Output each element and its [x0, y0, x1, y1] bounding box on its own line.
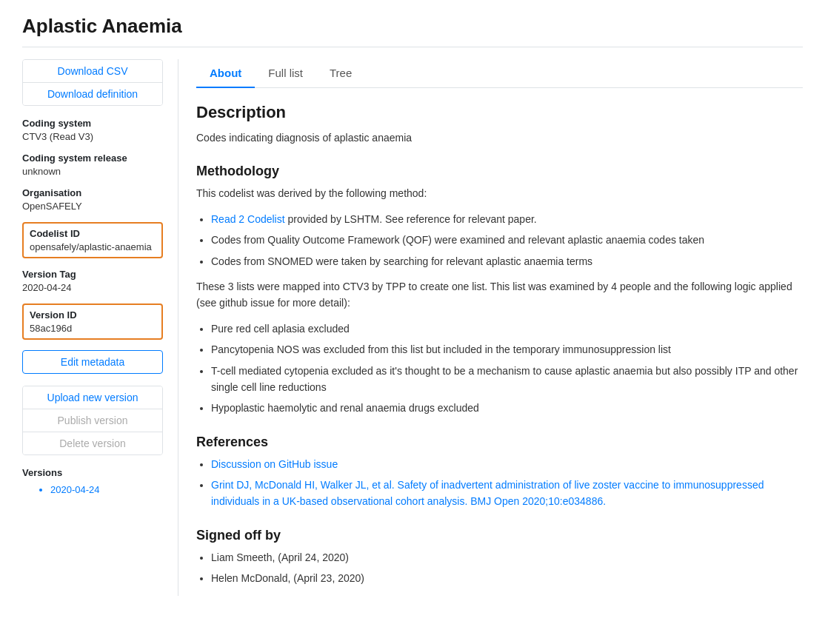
codelist-id-label: Codelist ID	[30, 228, 156, 239]
tabs-bar: About Full list Tree	[196, 59, 803, 88]
methodology-bullet2-4: Hypoplastic haemolytic and renal anaemia…	[211, 400, 803, 416]
download-buttons-group: Download CSV Download definition	[22, 59, 163, 106]
upload-new-version-button[interactable]: Upload new version	[23, 386, 162, 409]
version-id-value: 58ac196d	[30, 323, 72, 334]
page: Aplastic Anaemia Download CSV Download d…	[0, 0, 825, 611]
signed-off-list: Liam Smeeth, (April 24, 2020) Helen McDo…	[211, 549, 803, 587]
reference-1: Discussion on GitHub issue	[211, 456, 803, 472]
methodology-bullets-list: Read 2 Codelist provided by LSHTM. See r…	[211, 211, 803, 269]
paper-link[interactable]: Grint DJ, McDonald HI, Walker JL, et al.…	[211, 479, 764, 507]
methodology-bullet-1-text: provided by LSHTM. See reference for rel…	[285, 213, 537, 225]
signed-off-2: Helen McDonald, (April 23, 2020)	[211, 570, 803, 586]
layout: Download CSV Download definition Coding …	[22, 59, 803, 596]
version-tag-section: Version Tag 2020-04-24	[22, 269, 163, 293]
coding-system-release-section: Coding system release unknown	[22, 152, 163, 177]
organisation-label: Organisation	[22, 187, 163, 198]
version-tag-value: 2020-04-24	[22, 282, 72, 293]
page-title: Aplastic Anaemia	[22, 15, 803, 47]
coding-system-release-value: unknown	[22, 166, 61, 177]
signed-off-1: Liam Smeeth, (April 24, 2020)	[211, 549, 803, 566]
organisation-section: Organisation OpenSAFELY	[22, 187, 163, 212]
main-content: About Full list Tree Description Codes i…	[178, 59, 803, 596]
methodology-para2: These 3 lists were mapped into CTV3 by T…	[196, 278, 803, 312]
coding-system-release-label: Coding system release	[22, 152, 163, 164]
versions-list: 2020-04-24	[37, 483, 163, 498]
version-id-label: Version ID	[30, 309, 156, 321]
action-buttons-group: Upload new version Publish version Delet…	[22, 386, 163, 455]
methodology-bullet2-1: Pure red cell aplasia excluded	[211, 321, 803, 337]
version-item[interactable]: 2020-04-24	[50, 483, 163, 498]
versions-section: Versions 2020-04-24	[22, 467, 163, 498]
methodology-intro: This codelist was derived by the followi…	[196, 185, 803, 201]
read2-codelist-link[interactable]: Read 2 Codelist	[211, 213, 285, 225]
version-id-box: Version ID 58ac196d	[22, 303, 163, 340]
download-definition-button[interactable]: Download definition	[23, 83, 162, 105]
methodology-heading: Methodology	[196, 164, 803, 179]
references-heading: References	[196, 435, 803, 450]
description-text: Codes indicating diagnosis of aplastic a…	[196, 130, 803, 146]
codelist-id-box: Codelist ID opensafely/aplastic-anaemia	[22, 222, 163, 258]
tab-about[interactable]: About	[196, 59, 255, 88]
edit-metadata-button[interactable]: Edit metadata	[22, 350, 163, 374]
version-tag-label: Version Tag	[22, 269, 163, 280]
coding-system-value: CTV3 (Read V3)	[22, 131, 93, 142]
methodology-bullets2-list: Pure red cell aplasia excluded Pancytope…	[211, 321, 803, 417]
delete-version-button[interactable]: Delete version	[23, 432, 162, 455]
codelist-id-value: opensafely/aplastic-anaemia	[30, 241, 152, 252]
coding-system-section: Coding system CTV3 (Read V3)	[22, 118, 163, 142]
reference-2: Grint DJ, McDonald HI, Walker JL, et al.…	[211, 477, 803, 510]
sidebar: Download CSV Download definition Coding …	[22, 59, 178, 596]
versions-title: Versions	[22, 467, 163, 478]
tab-full-list[interactable]: Full list	[255, 59, 316, 88]
organisation-value: OpenSAFELY	[22, 201, 82, 212]
coding-system-label: Coding system	[22, 118, 163, 129]
methodology-bullet2-2: Pancytopenia NOS was excluded from this …	[211, 341, 803, 358]
description-heading: Description	[196, 103, 803, 122]
tab-tree[interactable]: Tree	[316, 59, 365, 88]
publish-version-button[interactable]: Publish version	[23, 409, 162, 432]
methodology-bullet-1: Read 2 Codelist provided by LSHTM. See r…	[211, 211, 803, 227]
signed-off-heading: Signed off by	[196, 528, 803, 543]
github-issue-link[interactable]: Discussion on GitHub issue	[211, 458, 338, 470]
download-csv-button[interactable]: Download CSV	[23, 60, 162, 83]
references-list: Discussion on GitHub issue Grint DJ, McD…	[211, 456, 803, 510]
methodology-bullet-3: Codes from SNOMED were taken by searchin…	[211, 253, 803, 269]
methodology-bullet2-3: T-cell mediated cytopenia excluded as it…	[211, 363, 803, 396]
methodology-bullet-2: Codes from Quality Outcome Framework (QO…	[211, 232, 803, 248]
